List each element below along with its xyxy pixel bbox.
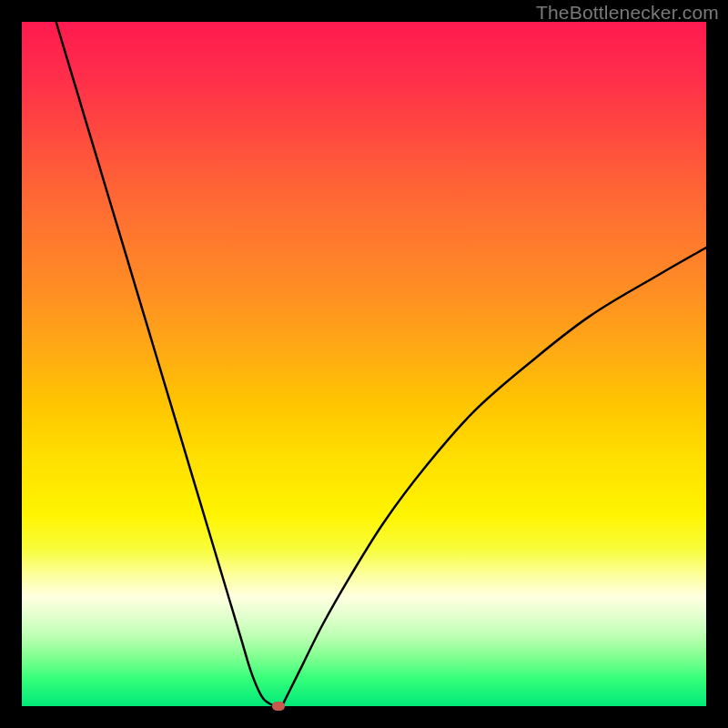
optimum-marker [272,702,285,711]
bottleneck-curve [22,22,706,706]
chart-plot-area [22,22,706,706]
watermark-text: TheBottlenecker.com [536,2,719,24]
